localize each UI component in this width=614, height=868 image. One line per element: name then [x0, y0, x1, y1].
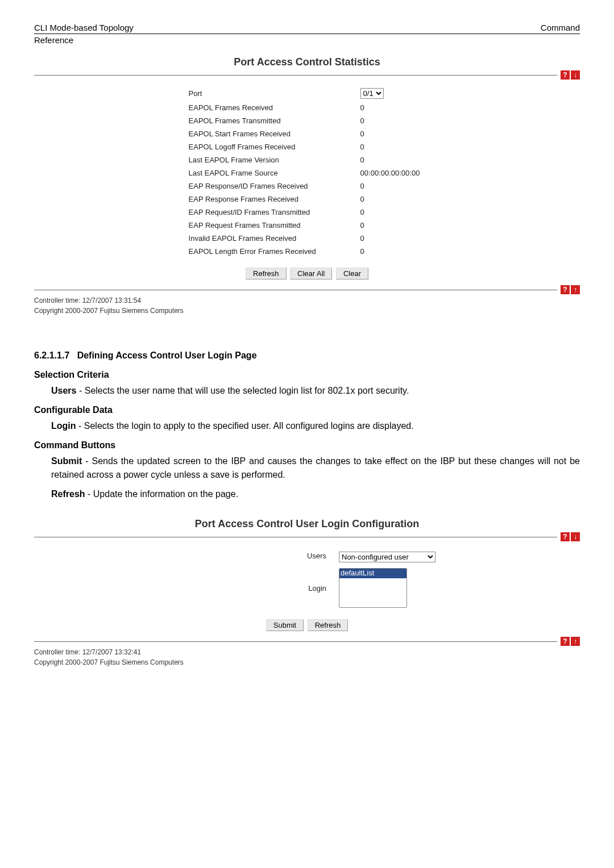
- stat-label: EAP Response Frames Received: [189, 193, 359, 205]
- stat-value: 0: [360, 193, 426, 205]
- doc-header: CLI Mode-based Topology Command: [34, 23, 580, 34]
- stat-row: EAPOL Frames Transmitted0: [189, 115, 426, 127]
- refresh-button[interactable]: Refresh: [308, 619, 349, 631]
- panel1-button-row: Refresh Clear All Clear: [34, 268, 580, 279]
- login-desc: - Selects the login to apply to the spec…: [76, 421, 414, 431]
- users-desc: - Selects the user name that will use th…: [76, 386, 409, 395]
- submit-bold: Submit: [51, 456, 82, 466]
- stat-row: Last EAPOL Frame Source00:00:00:00:00:00: [189, 167, 426, 179]
- stat-label: EAP Request/ID Frames Transmitted: [189, 206, 359, 218]
- stat-row: EAPOL Frames Received0: [189, 102, 426, 114]
- section-number: 6.2.1.1.7: [34, 350, 69, 360]
- port-select[interactable]: 0/1: [360, 88, 384, 99]
- configurable-data-heading: Configurable Data: [34, 403, 580, 417]
- users-row: Users Non-configured user: [173, 549, 441, 565]
- stat-label: EAPOL Frames Transmitted: [189, 115, 359, 127]
- doc-header-right: Command: [541, 23, 580, 32]
- configurable-data-body: Login - Selects the login to apply to th…: [51, 419, 580, 433]
- port-access-stats-panel: Port Access Control Statistics ? ↓ Port …: [34, 56, 580, 315]
- help-icon[interactable]: ?: [561, 70, 570, 80]
- scroll-down-icon[interactable]: ↓: [571, 532, 580, 541]
- help-icon[interactable]: ?: [561, 637, 570, 646]
- doc-header-sub: Reference: [34, 35, 580, 45]
- stat-label: Last EAPOL Frame Version: [189, 154, 359, 166]
- panel2-top-rule: ? ↓: [34, 532, 580, 541]
- stat-value: 0: [360, 245, 426, 257]
- login-select[interactable]: defaultList: [339, 568, 407, 608]
- stat-row: EAP Response/ID Frames Received0: [189, 180, 426, 192]
- panel-top-rule: ? ↓: [34, 70, 580, 80]
- submit-description: Submit - Sends the updated screen to the…: [51, 454, 580, 482]
- submit-button[interactable]: Submit: [266, 619, 304, 631]
- login-label: Login: [173, 566, 332, 610]
- panel2-copyright: Copyright 2000-2007 Fujitsu Siemens Comp…: [34, 658, 580, 666]
- stat-value: 00:00:00:00:00:00: [360, 167, 426, 179]
- users-label: Users: [173, 549, 332, 565]
- stat-value: 0: [360, 180, 426, 192]
- refresh-button[interactable]: Refresh: [246, 268, 287, 279]
- port-label: Port: [189, 86, 359, 101]
- panel-bottom-rule: ? ↑: [34, 285, 580, 294]
- stat-value: 0: [360, 115, 426, 127]
- panel2-bottom-rule: ? ↑: [34, 637, 580, 646]
- stat-label: EAP Response/ID Frames Received: [189, 180, 359, 192]
- refresh-desc: - Update the information on the page.: [85, 489, 239, 499]
- stat-value: 0: [360, 154, 426, 166]
- refresh-description: Refresh - Update the information on the …: [51, 487, 580, 501]
- login-bold: Login: [51, 421, 76, 431]
- user-login-config-panel: Port Access Control User Login Configura…: [34, 518, 580, 666]
- help-icon[interactable]: ?: [561, 532, 570, 541]
- stat-row: EAP Request/ID Frames Transmitted0: [189, 206, 426, 218]
- panel-title: Port Access Control Statistics: [34, 56, 580, 68]
- help-icon[interactable]: ?: [561, 285, 570, 294]
- doc-text-section: 6.2.1.1.7 Defining Access Control User L…: [34, 349, 580, 501]
- stat-value: 0: [360, 206, 426, 218]
- user-config-table: Users Non-configured user Login defaultL…: [172, 548, 442, 611]
- stat-label: EAP Request Frames Transmitted: [189, 219, 359, 231]
- scroll-down-icon[interactable]: ↓: [571, 70, 580, 80]
- stats-table: Port 0/1 EAPOL Frames Received0 EAPOL Fr…: [188, 85, 427, 258]
- stat-row: Last EAPOL Frame Version0: [189, 154, 426, 166]
- users-bold: Users: [51, 386, 76, 395]
- stat-label: Last EAPOL Frame Source: [189, 167, 359, 179]
- selection-criteria-heading: Selection Criteria: [34, 368, 580, 382]
- stat-value: 0: [360, 219, 426, 231]
- users-select[interactable]: Non-configured user: [339, 552, 435, 562]
- panel2-controller-time: Controller time: 12/7/2007 13:32:41: [34, 648, 580, 656]
- stat-row: EAP Response Frames Received0: [189, 193, 426, 205]
- scroll-up-icon[interactable]: ↑: [571, 285, 580, 294]
- port-row: Port 0/1: [189, 86, 426, 101]
- refresh-bold: Refresh: [51, 489, 85, 499]
- stat-row: EAPOL Start Frames Received0: [189, 128, 426, 140]
- scroll-up-icon[interactable]: ↑: [571, 637, 580, 646]
- panel1-copyright: Copyright 2000-2007 Fujitsu Siemens Comp…: [34, 307, 580, 315]
- clear-button[interactable]: Clear: [336, 268, 368, 279]
- stat-row: EAPOL Length Error Frames Received0: [189, 245, 426, 257]
- doc-header-left: CLI Mode-based Topology: [34, 23, 134, 32]
- section-heading: 6.2.1.1.7 Defining Access Control User L…: [34, 349, 580, 362]
- submit-desc: - Sends the updated screen to the IBP an…: [51, 456, 580, 479]
- panel1-controller-time: Controller time: 12/7/2007 13:31:54: [34, 297, 580, 304]
- command-buttons-heading: Command Buttons: [34, 439, 580, 452]
- stat-value: 0: [360, 128, 426, 140]
- section-title: Defining Access Control User Login Page: [77, 350, 257, 360]
- selection-criteria-body: Users - Selects the user name that will …: [51, 384, 580, 398]
- stat-label: EAPOL Start Frames Received: [189, 128, 359, 140]
- panel2-button-row: Submit Refresh: [34, 619, 580, 631]
- panel2-title: Port Access Control User Login Configura…: [34, 518, 580, 530]
- stat-label: EAPOL Frames Received: [189, 102, 359, 114]
- login-row: Login defaultList: [173, 566, 441, 610]
- stat-label: EAPOL Length Error Frames Received: [189, 245, 359, 257]
- login-option: defaultList: [339, 569, 406, 578]
- stat-label: EAPOL Logoff Frames Received: [189, 141, 359, 153]
- stat-value: 0: [360, 232, 426, 244]
- stat-label: Invalid EAPOL Frames Received: [189, 232, 359, 244]
- stat-value: 0: [360, 102, 426, 114]
- stat-row: EAP Request Frames Transmitted0: [189, 219, 426, 231]
- stat-row: EAPOL Logoff Frames Received0: [189, 141, 426, 153]
- clear-all-button[interactable]: Clear All: [290, 268, 332, 279]
- stat-value: 0: [360, 141, 426, 153]
- stat-row: Invalid EAPOL Frames Received0: [189, 232, 426, 244]
